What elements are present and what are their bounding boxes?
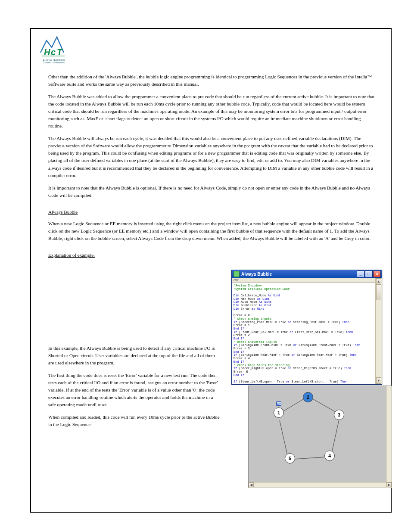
hct-logo: H c T Electro-Hydraulic Control Solution… [37,34,71,64]
logo-subtitle-2: Control Solutions [37,61,71,64]
body-text: Other than the addition of the 'Always B… [48,73,376,263]
window-title: Always Bubble [241,272,272,277]
window-icon [234,271,240,277]
minimize-button[interactable]: _ [357,271,364,277]
diagram-vertical-scrollbar[interactable] [386,386,392,482]
section-heading-always-bubble: Always Bubble [48,208,376,216]
breakpoint-marker[interactable]: BP [276,401,281,406]
paragraph: The Always Bubble was added to allow the… [48,93,376,130]
bubble-diagram[interactable]: BP 1 2 3 4 5 ◀ ▶ [248,386,392,488]
svg-text:c: c [51,47,56,57]
svg-text:T: T [57,47,63,57]
window-titlebar[interactable]: Always Bubble _ □ X [232,270,382,278]
explanation-column: In this example, the Always Bubble is be… [48,275,221,433]
svg-line-4 [281,399,304,413]
paragraph: Other than the addition of the 'Always B… [48,73,376,88]
diagram-edges [249,386,386,482]
bubble-3[interactable]: 3 [334,410,344,420]
svg-text:H: H [44,47,50,57]
svg-line-5 [313,399,337,413]
bubble-1[interactable]: 1 [274,408,284,418]
scroll-thumb[interactable] [376,285,381,300]
bubble-4[interactable]: 4 [324,451,335,461]
bubble-2[interactable]: 2 [303,392,313,402]
scroll-left-icon[interactable]: ◀ [249,482,254,487]
svg-line-7 [294,457,324,459]
scroll-down-icon[interactable]: ▼ [376,377,381,384]
paragraph: When a new Logic Sequence or EE memory i… [48,220,376,242]
bubble-5[interactable]: 5 [285,453,295,464]
paragraph: When compiled and loaded, this code will… [48,414,221,428]
paragraph: It is important to note that the Always … [48,184,376,199]
section-heading-explanation: Explanation of example: [48,252,376,259]
maximize-button[interactable]: □ [365,271,373,277]
diagram-horizontal-scrollbar[interactable]: ◀ ▶ [249,482,392,488]
scroll-right-icon[interactable]: ▶ [386,482,392,487]
paragraph: The first thing the code does is reset t… [48,372,221,408]
svg-line-6 [332,420,339,453]
paragraph: In this example, the Always Bubble is be… [48,345,221,367]
vertical-scrollbar[interactable]: ▲ ▼ [375,278,382,384]
editor-dropdown[interactable]: OR [232,278,382,283]
paragraph: The Always Bubble will always be run eac… [48,135,376,179]
scroll-up-icon[interactable]: ▲ [376,278,381,285]
code-body[interactable]: 'System Shutdown 'System Critical Operat… [232,283,382,384]
always-bubble-code-window: Always Bubble _ □ X OR 'System Shutdown … [231,270,382,385]
close-button[interactable]: X [373,271,381,277]
svg-line-8 [280,420,287,455]
